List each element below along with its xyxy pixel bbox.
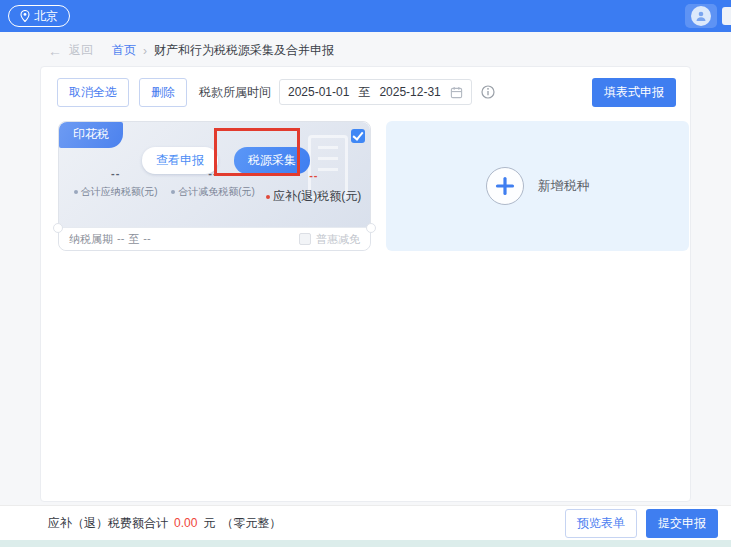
delete-button[interactable]: 删除 bbox=[139, 78, 187, 107]
card-footer-strip: 纳税属期 -- 至 -- 普惠减免 bbox=[59, 227, 370, 250]
info-icon[interactable] bbox=[481, 85, 495, 99]
user-avatar[interactable] bbox=[685, 4, 717, 28]
preview-form-button[interactable]: 预览表单 bbox=[565, 509, 637, 538]
bullet-icon bbox=[171, 190, 175, 194]
submit-declaration-button[interactable]: 提交申报 bbox=[646, 509, 718, 538]
summary-amount: 0.00 bbox=[174, 516, 197, 530]
topbar-edge-fragment bbox=[722, 7, 731, 25]
tax-period-text: 纳税属期 -- 至 -- bbox=[69, 232, 151, 247]
ticket-notch-right bbox=[366, 223, 376, 233]
summary-amount-words: （零元整） bbox=[221, 515, 281, 532]
breadcrumb-separator: › bbox=[143, 44, 147, 58]
ticket-notch-left bbox=[53, 223, 63, 233]
breadcrumb-current: 财产和行为税税源采集及合并申报 bbox=[154, 42, 334, 59]
tax-type-tag: 印花税 bbox=[59, 122, 123, 148]
plus-icon bbox=[486, 167, 524, 205]
date-range-input[interactable]: 2025-01-01 至 2025-12-31 bbox=[279, 79, 472, 105]
date-end-value[interactable]: 2025-12-31 bbox=[379, 85, 440, 99]
tax-period-label: 税款所属时间 bbox=[199, 84, 271, 101]
user-icon bbox=[691, 6, 711, 26]
form-style-declare-button[interactable]: 填表式申报 bbox=[592, 78, 676, 107]
calendar-icon[interactable] bbox=[450, 86, 463, 99]
card-checkbox-checked[interactable] bbox=[351, 129, 365, 143]
screen: 北京 ← 返回 首页 › 财产和行为税税源采集及合并申报 取消全选 删除 税款所… bbox=[0, 0, 731, 547]
period-label: 纳税属期 bbox=[69, 232, 113, 247]
back-arrow-icon[interactable]: ← bbox=[48, 43, 62, 59]
summary-unit: 元 bbox=[203, 515, 215, 532]
footer-bar: 应补（退）税费额合计 0.00 元 （零元整） 预览表单 提交申报 bbox=[0, 505, 731, 540]
stat-label: 合计减免税额(元) bbox=[178, 185, 255, 199]
location-pin-icon bbox=[20, 10, 30, 22]
period-end: -- bbox=[143, 232, 150, 247]
location-badge[interactable]: 北京 bbox=[8, 5, 70, 27]
date-to-label: 至 bbox=[358, 84, 370, 101]
add-tax-type-label: 新增税种 bbox=[538, 177, 590, 195]
period-to: 至 bbox=[128, 232, 139, 247]
back-link[interactable]: 返回 bbox=[69, 42, 93, 59]
bullet-icon bbox=[74, 190, 78, 194]
date-start-value[interactable]: 2025-01-01 bbox=[288, 85, 349, 99]
refund-summary: 应补（退）税费额合计 0.00 元 （零元整） bbox=[48, 515, 281, 532]
bottom-accent-strip bbox=[0, 540, 731, 547]
home-link[interactable]: 首页 bbox=[112, 42, 136, 59]
benefit-checkbox-disabled[interactable] bbox=[299, 233, 311, 245]
stat-label: 应补(退)税额(元) bbox=[273, 188, 361, 205]
bullet-icon bbox=[266, 195, 270, 199]
period-start: -- bbox=[117, 232, 124, 247]
top-nav-bar: 北京 bbox=[0, 0, 731, 32]
stat-label: 合计应纳税额(元) bbox=[81, 185, 158, 199]
cancel-select-all-button[interactable]: 取消全选 bbox=[57, 78, 129, 107]
benefit-label: 普惠减免 bbox=[316, 232, 360, 247]
view-declaration-button[interactable]: 查看申报 bbox=[142, 147, 218, 174]
add-tax-type-panel[interactable]: 新增税种 bbox=[386, 121, 689, 251]
toolbar: 取消全选 删除 税款所属时间 2025-01-01 至 2025-12-31 bbox=[57, 78, 676, 106]
location-label: 北京 bbox=[34, 8, 58, 25]
breadcrumb: ← 返回 首页 › 财产和行为税税源采集及合并申报 bbox=[48, 42, 334, 59]
annotation-highlight-box bbox=[214, 128, 300, 176]
summary-prefix: 应补（退）税费额合计 bbox=[48, 515, 168, 532]
main-panel: 取消全选 删除 税款所属时间 2025-01-01 至 2025-12-31 bbox=[40, 66, 691, 502]
